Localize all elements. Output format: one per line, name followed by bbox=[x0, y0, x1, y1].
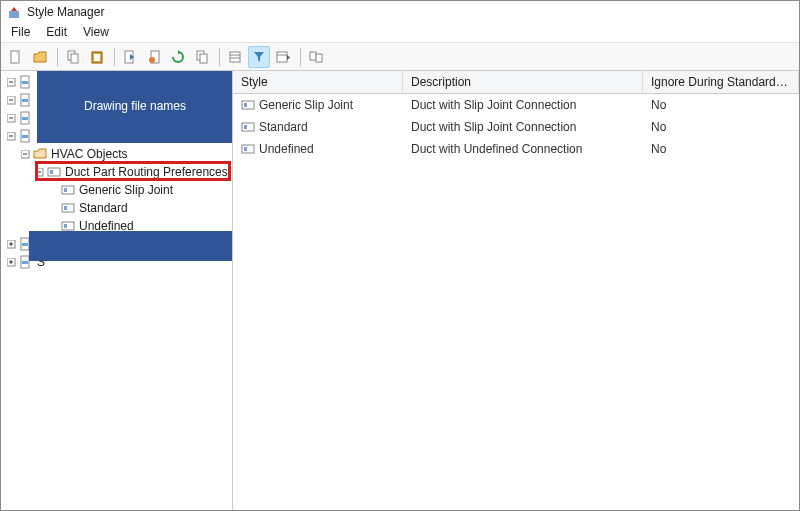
cell-ignore: No bbox=[651, 142, 666, 156]
style-leaf-icon bbox=[241, 142, 255, 156]
svg-rect-17 bbox=[316, 54, 322, 62]
annotation-highlight-box bbox=[35, 161, 231, 181]
cell-ignore: No bbox=[651, 98, 666, 112]
annotation-drawing-files: Drawing file names bbox=[37, 71, 233, 143]
svg-point-8 bbox=[149, 57, 155, 63]
tree-label: HVAC Objects bbox=[51, 147, 127, 161]
annotation-label: Drawing file names bbox=[84, 99, 186, 115]
style-leaf-icon bbox=[241, 98, 255, 112]
toolbar-sep-4 bbox=[300, 48, 301, 66]
menu-view[interactable]: View bbox=[75, 23, 117, 42]
svg-rect-43 bbox=[64, 206, 67, 210]
svg-rect-11 bbox=[230, 52, 240, 62]
svg-rect-45 bbox=[64, 224, 67, 228]
svg-rect-40 bbox=[62, 186, 74, 194]
expander-icon[interactable] bbox=[5, 76, 17, 88]
link-button[interactable] bbox=[191, 46, 213, 68]
refresh-button[interactable] bbox=[167, 46, 189, 68]
style-leaf-icon bbox=[241, 120, 255, 134]
window-titlebar: Style Manager bbox=[1, 1, 799, 23]
window-title: Style Manager bbox=[27, 5, 104, 19]
tree-pane: HVAC Objects Duct Part Routing Preferenc… bbox=[1, 71, 233, 510]
toolbar-sep-2 bbox=[114, 48, 115, 66]
menu-file[interactable]: File bbox=[3, 23, 38, 42]
col-header-style[interactable]: Style bbox=[233, 71, 403, 93]
cell-ignore: No bbox=[651, 120, 666, 134]
workspace: HVAC Objects Duct Part Routing Preferenc… bbox=[1, 71, 799, 510]
svg-rect-3 bbox=[71, 54, 78, 63]
svg-rect-29 bbox=[22, 117, 28, 120]
paste-button[interactable] bbox=[86, 46, 108, 68]
cell-desc: Duct with Undefined Connection bbox=[411, 142, 582, 156]
folder-icon bbox=[33, 147, 47, 161]
cell-style: Standard bbox=[259, 120, 308, 134]
filter-button[interactable] bbox=[248, 46, 270, 68]
properties-button[interactable] bbox=[224, 46, 246, 68]
svg-rect-58 bbox=[242, 123, 254, 131]
drawing-icon bbox=[19, 93, 33, 107]
menu-edit[interactable]: Edit bbox=[38, 23, 75, 42]
view-mode-button[interactable] bbox=[272, 46, 294, 68]
svg-rect-57 bbox=[244, 103, 247, 107]
svg-rect-56 bbox=[242, 101, 254, 109]
svg-rect-10 bbox=[200, 54, 207, 63]
grid-row[interactable]: Undefined Duct with Undefined Connection… bbox=[233, 138, 799, 160]
export-button[interactable] bbox=[119, 46, 141, 68]
expander-icon[interactable] bbox=[5, 256, 17, 268]
import-button[interactable] bbox=[143, 46, 165, 68]
expander-minus-icon[interactable] bbox=[19, 148, 31, 160]
grid-pane: Style Description Ignore During Standard… bbox=[233, 71, 799, 510]
toolbar-sep-1 bbox=[57, 48, 58, 66]
multi-view-button[interactable] bbox=[305, 46, 327, 68]
svg-rect-44 bbox=[62, 222, 74, 230]
tree-label: Generic Slip Joint bbox=[79, 183, 173, 197]
new-doc-button[interactable] bbox=[5, 46, 27, 68]
svg-rect-60 bbox=[242, 145, 254, 153]
grid-row[interactable]: Standard Duct with Slip Joint Connection… bbox=[233, 116, 799, 138]
svg-rect-21 bbox=[22, 81, 28, 84]
grid-row[interactable]: Generic Slip Joint Duct with Slip Joint … bbox=[233, 94, 799, 116]
tree-standard[interactable]: Standard bbox=[1, 199, 232, 217]
cell-style: Generic Slip Joint bbox=[259, 98, 353, 112]
svg-rect-50 bbox=[22, 243, 28, 246]
svg-rect-5 bbox=[94, 54, 100, 61]
style-leaf-icon bbox=[61, 183, 75, 197]
expander-icon[interactable] bbox=[5, 238, 17, 250]
drawing-icon bbox=[19, 75, 33, 89]
cell-style: Undefined bbox=[259, 142, 314, 156]
tree-generic-slip-joint[interactable]: Generic Slip Joint bbox=[1, 181, 232, 199]
expander-icon[interactable] bbox=[5, 130, 17, 142]
col-header-ignore[interactable]: Ignore During Standards Synchro... bbox=[643, 71, 799, 93]
svg-rect-16 bbox=[310, 52, 316, 60]
app-icon bbox=[7, 5, 21, 19]
svg-rect-59 bbox=[244, 125, 247, 129]
col-header-description[interactable]: Description bbox=[403, 71, 643, 93]
svg-rect-14 bbox=[277, 52, 287, 62]
drawing-icon bbox=[19, 129, 33, 143]
cell-desc: Duct with Slip Joint Connection bbox=[411, 98, 576, 112]
expander-icon[interactable] bbox=[5, 112, 17, 124]
cell-desc: Duct with Slip Joint Connection bbox=[411, 120, 576, 134]
style-leaf-icon bbox=[61, 201, 75, 215]
toolbar-sep-3 bbox=[219, 48, 220, 66]
toolbar bbox=[1, 43, 799, 71]
svg-rect-42 bbox=[62, 204, 74, 212]
grid-header: Style Description Ignore During Standard… bbox=[233, 71, 799, 94]
svg-rect-55 bbox=[22, 261, 28, 264]
svg-rect-33 bbox=[22, 135, 28, 138]
tree-label: Standard bbox=[79, 201, 128, 215]
svg-rect-61 bbox=[244, 147, 247, 151]
expander-icon[interactable] bbox=[5, 94, 17, 106]
copy-button[interactable] bbox=[62, 46, 84, 68]
open-folder-button[interactable] bbox=[29, 46, 51, 68]
menubar: File Edit View bbox=[1, 23, 799, 43]
svg-rect-41 bbox=[64, 188, 67, 192]
svg-rect-0 bbox=[9, 11, 19, 18]
drawing-icon bbox=[19, 111, 33, 125]
annotation-mask-box bbox=[29, 231, 233, 261]
svg-rect-25 bbox=[22, 99, 28, 102]
